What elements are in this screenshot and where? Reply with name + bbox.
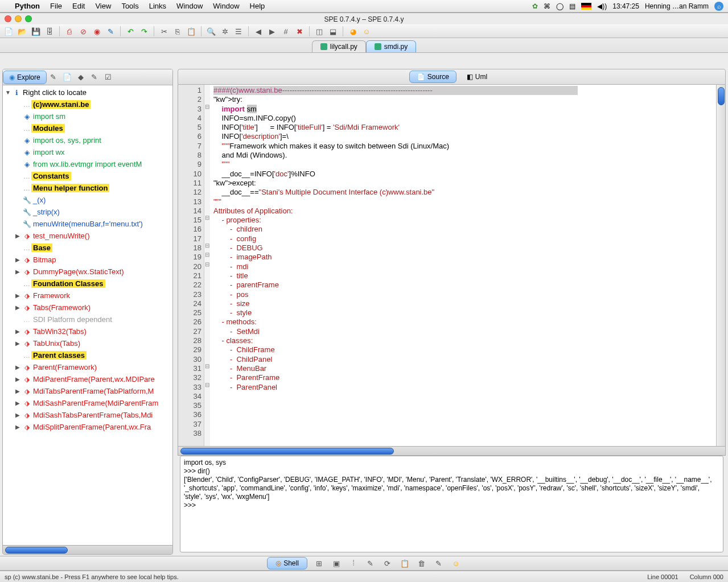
tree-item[interactable]: …Menu helper function [13,182,172,194]
tree-item[interactable]: ◈import sm [13,110,172,122]
sidebar-hscroll[interactable] [3,545,172,554]
smile2-icon[interactable]: ☺ [451,558,461,568]
refresh-icon[interactable]: ⟳ [382,558,393,568]
zoom-button[interactable] [25,15,32,22]
fold-column[interactable]: ⊟⊟⊟⊟⊟⊟⊟ [204,85,210,446]
tree-item[interactable]: …Parent classes [13,349,172,361]
brush2-icon[interactable]: ✎ [365,558,376,568]
tree-item[interactable]: …Base [13,242,172,254]
note-icon[interactable]: 📄 [60,72,74,82]
stop-icon[interactable]: ⊘ [78,26,88,36]
script-icon[interactable]: ⌘ [544,2,550,10]
check-icon[interactable]: ☑ [101,72,115,82]
editor-hscroll[interactable] [178,447,726,456]
tree-item[interactable]: ▶⬗Tabs(Framework) [13,302,172,313]
tree-item[interactable]: 🔧_strip(x) [13,206,172,218]
new-icon[interactable]: 📄 [3,26,14,36]
editor-vscroll[interactable] [716,85,725,446]
tree-item[interactable]: ▶⬗MdiSplitParentFrame(Parent,wx.Fra [13,421,172,433]
split-v-icon[interactable]: ⬓ [328,26,338,36]
remove-icon[interactable]: ✖ [294,26,305,36]
paste-icon[interactable]: 📋 [186,26,196,36]
run-icon[interactable]: ◉ [92,26,102,36]
tree-root[interactable]: ▼ ℹ Right click to locate [3,86,172,98]
code-editor[interactable]: 1234567891011121314151617181920212223242… [178,85,726,447]
tree-item[interactable]: ▶⬗TabUnix(Tabs) [13,337,172,349]
menu-window-2[interactable]: Window [213,2,239,10]
undo-icon[interactable]: ↶ [125,26,135,36]
tree-item[interactable]: …Constants [13,170,172,182]
tree-item[interactable]: ◈import wx [13,146,172,158]
print-icon[interactable]: ⎙ [64,26,75,36]
flag-de-icon[interactable] [581,3,591,10]
save-icon[interactable]: 💾 [31,26,41,36]
smile-icon[interactable]: ☺ [361,26,372,36]
tree-item[interactable]: …SDI Platform dependent [13,313,172,325]
tree-item[interactable]: ▶⬗TabWin32(Tabs) [13,325,172,337]
close-button[interactable] [5,15,11,22]
menu-tools[interactable]: Tools [121,2,138,10]
volume-icon[interactable]: ◀)) [597,2,607,10]
gear-icon[interactable]: ✲ [220,26,230,36]
open-icon[interactable]: 📂 [17,26,27,36]
book-icon[interactable]: ◆ [74,72,88,82]
minimize-button[interactable] [15,15,22,22]
shell-tab[interactable]: ◎Shell [267,557,307,569]
indent-left-icon[interactable]: ◀︎ [253,26,264,36]
tree-item[interactable]: 🔧menuWrite(menuBar,f='menu.txt') [13,218,172,230]
copy-icon[interactable]: ⎘ [172,26,183,36]
sync-icon[interactable]: ◯ [556,2,564,10]
tree-item[interactable]: ▶⬗test_menuWrite() [13,230,172,242]
outline-tree[interactable]: ▼ ℹ Right click to locate …(c)www.stani.… [3,85,172,545]
console-output[interactable]: import os, sys>>> dir()['Blender', 'Chil… [180,456,723,552]
search-icon[interactable]: 🔍 [206,26,216,36]
menu-help[interactable]: Help [250,2,265,10]
file-tab-smdi[interactable]: smdi.py [366,40,416,52]
leaf-icon[interactable]: ✿ [532,2,538,10]
blender-icon[interactable]: ◕ [348,26,358,36]
list-icon[interactable]: ☰ [233,26,244,36]
tree-item[interactable]: ▶⬗MdiTabsParentFrame(TabPlatform,M [13,385,172,397]
redo-icon[interactable]: ↷ [139,26,149,36]
tab-uml[interactable]: ◧Uml [460,71,494,82]
brush-icon[interactable]: ✎ [88,72,101,82]
cut-icon[interactable]: ✂ [159,26,169,36]
clock[interactable]: 13:47:25 [612,2,639,10]
pencil-icon[interactable]: ✎ [47,72,60,82]
menu-edit[interactable]: Edit [72,2,85,10]
tree-item[interactable]: ▶⬗Parent(Framework) [13,361,172,373]
tree-item[interactable]: ▶⬗Framework [13,290,172,302]
menu-file[interactable]: File [50,2,62,10]
menu-view[interactable]: View [95,2,111,10]
split-h-icon[interactable]: ◫ [314,26,324,36]
tree-item[interactable]: …Foundation Classes [13,278,172,290]
pen-icon[interactable]: ✎ [434,558,444,568]
saveall-icon[interactable]: 🗄 [44,26,55,36]
bullets-icon[interactable]: ⦙ [348,558,359,568]
tree-item[interactable]: ▶⬗MdiParentFrame(Parent,wx.MDIPare [13,373,172,385]
trash-icon[interactable]: 🗑 [417,558,427,568]
tree-icon[interactable]: ⊞ [314,558,324,568]
tree-item[interactable]: ◈from wx.lib.evtmgr import eventM [13,158,172,170]
clip-icon[interactable]: 📋 [400,558,410,568]
tree-item[interactable]: ▶⬗Bitmap [13,254,172,266]
tree-item[interactable]: …Modules [13,122,172,134]
spotlight-icon[interactable]: ⌕ [714,2,723,11]
menu-links[interactable]: Links [149,2,166,10]
app-menu[interactable]: Python [15,2,40,10]
tab-source[interactable]: 📄Source [409,71,456,83]
tree-item[interactable]: ▶⬗MdiSashTabsParentFrame(Tabs,Mdi [13,409,172,421]
file-tab-lilycall[interactable]: lilycall.py [312,40,366,52]
sidebar-tab-explore[interactable]: ◉Explore [3,71,47,84]
window-icon[interactable]: ▣ [331,558,342,568]
user-menu[interactable]: Henning …an Ramm [645,2,709,10]
menu-window[interactable]: Window [176,2,203,10]
indent-right-icon[interactable]: ▶︎ [267,26,277,36]
code-body[interactable]: ####(c)www.stani.be---------------------… [210,85,716,446]
mark-icon[interactable]: ✎ [105,26,116,36]
tree-item[interactable]: ▶⬗MdiSashParentFrame(MdiParentFram [13,397,172,409]
hash-icon[interactable]: # [281,26,291,36]
tree-item[interactable]: ◈import os, sys, pprint [13,134,172,146]
tree-item[interactable]: ▶⬗DummyPage(wx.StaticText) [13,266,172,278]
display-icon[interactable]: ▤ [569,2,575,10]
